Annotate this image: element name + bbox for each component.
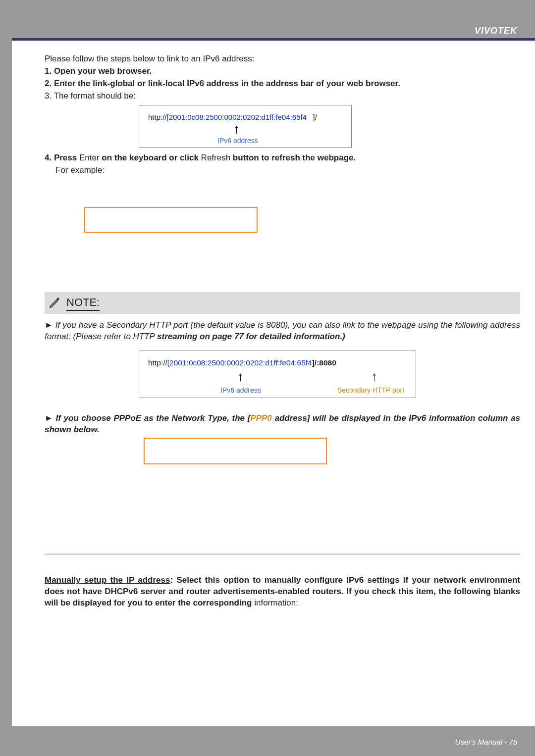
- http-port-caption: Secondary HTTP port: [337, 386, 404, 395]
- example-placeholder-box-1: [84, 207, 258, 233]
- pppoe-b: PPP0: [250, 413, 271, 423]
- s4-b: Enter: [79, 153, 100, 162]
- pppoe-note: ► If you choose PPPoE as the Network Typ…: [45, 413, 520, 436]
- manual-setup-paragraph: Manually setup the IP address: Select th…: [45, 575, 520, 609]
- note-p1-b: streaming on page 77: [157, 332, 246, 341]
- divider: [45, 554, 520, 555]
- ipv6-caption: IPv6 address: [217, 136, 258, 146]
- s4-a: 4. Press: [45, 153, 79, 162]
- example-placeholder-box-2: [144, 438, 327, 464]
- note-p1-c: for detailed information.): [246, 332, 345, 341]
- url-format-box-2: http://[2001:0c08:2500:0002:0202:d1ff:fe…: [139, 351, 416, 398]
- ipv6-caption-2: IPv6 address: [220, 386, 261, 395]
- header-bar: VIVOTEK: [12, 0, 535, 41]
- url-prefix: http://: [148, 113, 167, 121]
- up-arrow-icon: ↑: [371, 368, 377, 385]
- url-line-1: http://[2001:0c08:2500:0002:0202:d1ff:fe…: [148, 112, 317, 122]
- step-3: 3. The format should be:: [45, 91, 520, 102]
- s4-e: button to refresh the webpage.: [230, 153, 356, 162]
- step-1: 1. Open your web browser.: [45, 66, 520, 77]
- step-4: 4. Press Enter on the keyboard or click …: [45, 152, 520, 164]
- url2-suffix: /:8080: [315, 358, 336, 367]
- up-arrow-icon: ↑: [233, 120, 240, 138]
- footer-bar: User's Manual - 75: [12, 726, 535, 756]
- left-margin-bar: [0, 0, 12, 756]
- s4-d: Refresh: [201, 153, 231, 162]
- s4-c: on the keyboard or click: [100, 153, 201, 162]
- url-format-box-1: http://[2001:0c08:2500:0002:0202:d1ff:fe…: [139, 105, 352, 148]
- url-line-2: http://[2001:0c08:2500:0002:0202:d1ff:fe…: [148, 358, 336, 368]
- intro-lead: Please follow the steps below to link to…: [45, 53, 520, 65]
- for-example: For example:: [55, 165, 520, 176]
- footer-page-label: User's Manual - 75: [455, 738, 517, 746]
- note-bar: NOTE:: [45, 292, 520, 314]
- url2-ipv6: 2001:0c08:2500:0002:0202:d1ff:fe04:65f4: [169, 358, 312, 367]
- brand-label: VIVOTEK: [475, 26, 517, 36]
- spacer: [307, 113, 313, 121]
- url2-prefix: http://: [148, 358, 167, 367]
- page-content: Please follow the steps below to link to…: [45, 53, 520, 610]
- note-label: NOTE:: [66, 295, 100, 311]
- step-2: 2. Enter the link-global or link-local I…: [45, 78, 520, 90]
- note-pencil-icon: [49, 297, 60, 309]
- up-arrow-icon: ↑: [237, 368, 244, 385]
- url-suffix: /: [315, 113, 317, 121]
- pppoe-a: ► If you choose PPPoE as the Network Typ…: [45, 413, 250, 423]
- manual-tail: information:: [254, 598, 298, 607]
- manual-title: Manually setup the IP address: [45, 575, 170, 585]
- note-paragraph-1: ► If you have a Secondary HTTP port (the…: [45, 320, 520, 343]
